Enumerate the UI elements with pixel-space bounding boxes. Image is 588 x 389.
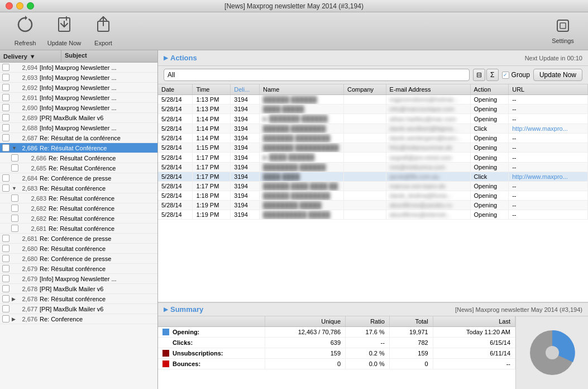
col-delivery[interactable]: Deli...	[231, 84, 260, 95]
sidebar-item[interactable]: ▼2,686Re: Résultat Conférence	[0, 143, 157, 153]
sidebar-item[interactable]: 2,690[Info] Maxprog Newsletter ...	[0, 103, 157, 113]
table-cell: Opening	[470, 105, 509, 114]
sidebar-checkbox[interactable]	[2, 265, 9, 272]
delivery-column-header[interactable]: Delivery ▼	[0, 50, 61, 62]
sidebar-item[interactable]: 2,683Re: Résultat conférence	[0, 193, 157, 203]
col-action[interactable]: Action	[470, 84, 509, 95]
table-row[interactable]: 5/28/141:14 PM3194▶ ███████ ██████athan.…	[158, 114, 588, 124]
table-row[interactable]: 5/28/141:19 PM3194████████ █████aburdfir…	[158, 201, 588, 210]
sidebar-item[interactable]: 2,688[Info] Maxprog Newsletter ...	[0, 123, 157, 133]
sidebar-checkbox[interactable]	[11, 194, 18, 202]
sidebar-item[interactable]: 2,682Re: Résultat conférence	[0, 214, 157, 224]
sidebar-item[interactable]: 2,693[Info] Maxprog Newsletter ...	[0, 73, 157, 83]
col-name[interactable]: Name	[260, 84, 344, 95]
table-row[interactable]: 5/28/141:19 PM3194██████████ █████aburdf…	[158, 210, 588, 220]
export-button[interactable]: Export	[84, 16, 123, 47]
table-row[interactable]: 5/28/141:14 PM3194███████ ████████darek.…	[158, 134, 588, 143]
table-row[interactable]: 5/28/141:15 PM3194███████ ██████████frit…	[158, 143, 588, 153]
sidebar-item[interactable]: 2,681Re: Résultat conférence	[0, 224, 157, 234]
table-row[interactable]: 5/28/141:13 PM3194██████ ██████mgpromoti…	[158, 95, 588, 105]
sidebar-checkbox[interactable]	[11, 205, 18, 212]
sidebar-list[interactable]: 2,694[Info] Maxprog Newsletter ...2,693[…	[0, 63, 157, 389]
sidebar-item[interactable]: ▶2,676Re: Conference	[0, 314, 157, 324]
sidebar-item-subject: Re: Conférence de presse	[40, 235, 155, 242]
sidebar-checkbox[interactable]	[2, 295, 9, 302]
sidebar-item[interactable]: ▶2,678Re: Résultat conférence	[0, 294, 157, 304]
sidebar-checkbox[interactable]	[2, 84, 9, 91]
sidebar-item[interactable]: 2,689[PR] MaxBulk Mailer v6	[0, 113, 157, 123]
col-url[interactable]: URL	[509, 84, 588, 95]
sidebar-item[interactable]: 2,686Re: Résultat Conférence	[0, 153, 157, 163]
sidebar-item[interactable]: 2,684Re: Conférence de presse	[0, 173, 157, 183]
sidebar-item[interactable]: 2,687Re: Résultat de la conférence	[0, 133, 157, 143]
table-cell: --	[509, 105, 588, 114]
sum-button[interactable]: Σ	[486, 69, 499, 81]
group-check[interactable]: ✓ Group	[502, 71, 530, 79]
sidebar-checkbox[interactable]	[11, 215, 18, 222]
sidebar-triangle-icon	[21, 216, 26, 221]
sidebar-checkbox[interactable]	[2, 315, 9, 322]
sidebar-item[interactable]: 2,694[Info] Maxprog Newsletter ...	[0, 63, 157, 73]
update-now-button[interactable]: Update Now	[533, 69, 582, 81]
table-row[interactable]: 5/28/141:17 PM3194██████ ████ ████ ██mar…	[158, 182, 588, 191]
group-checkbox[interactable]: ✓	[502, 72, 509, 79]
table-row[interactable]: 5/28/141:17 PM3194████████ ██████rick@ri…	[158, 163, 588, 172]
refresh-button[interactable]: Refresh	[6, 16, 45, 47]
table-row[interactable]: 5/28/141:14 PM3194██████ ████████darek.w…	[158, 124, 588, 134]
sidebar-item[interactable]: 2,691[Info] Maxprog Newsletter ...	[0, 93, 157, 103]
right-panel: ▶ Actions Next Update in 00:10 All Openi…	[158, 50, 588, 389]
sidebar-checkbox[interactable]	[2, 144, 9, 151]
sidebar-checkbox[interactable]	[2, 184, 9, 192]
sidebar-checkbox[interactable]	[11, 225, 18, 232]
sidebar-item[interactable]: 2,679[Info] Maxprog Newsletter ...	[0, 274, 157, 284]
svg-point-6	[546, 346, 559, 359]
zoom-button[interactable]	[27, 2, 34, 10]
filter-button[interactable]: ⊟	[473, 69, 485, 81]
sidebar-item[interactable]: 2,680Re: Conférence de presse	[0, 254, 157, 264]
sidebar-checkbox[interactable]	[2, 94, 9, 101]
table-row[interactable]: 5/28/141:18 PM3194██████ █████████darek_…	[158, 191, 588, 201]
data-table-wrap[interactable]: Date Time Deli... Name Company E-mail Ad…	[158, 84, 588, 302]
col-company[interactable]: Company	[343, 84, 386, 95]
update-now-button[interactable]: Update Now	[45, 16, 84, 47]
sidebar-item[interactable]: 2,679Re: Résultat conférence	[0, 264, 157, 274]
sidebar-checkbox[interactable]	[2, 245, 9, 252]
table-cell: 5/28/14	[158, 182, 193, 191]
sidebar-item[interactable]: 2,682Re: Résultat conférence	[0, 203, 157, 214]
sidebar-checkbox[interactable]	[2, 305, 9, 312]
sidebar-item[interactable]: ▼2,683Re: Résultat conférence	[0, 183, 157, 193]
col-time[interactable]: Time	[193, 84, 231, 95]
svg-rect-3	[557, 20, 568, 31]
sidebar-checkbox[interactable]	[2, 255, 9, 262]
sidebar-checkbox[interactable]	[2, 285, 9, 292]
sidebar-item[interactable]: 2,680Re: Résultat conférence	[0, 244, 157, 254]
settings-button[interactable]: Settings	[543, 16, 582, 47]
table-cell: 5/28/14	[158, 153, 193, 163]
sidebar-checkbox[interactable]	[2, 134, 9, 141]
filter-select[interactable]: All Opening Click Unsubscription Bounce	[164, 69, 470, 81]
sidebar-checkbox[interactable]	[2, 174, 9, 182]
close-button[interactable]	[6, 2, 13, 10]
col-date[interactable]: Date	[158, 84, 193, 95]
minimize-button[interactable]	[16, 2, 23, 10]
sidebar-item[interactable]: 2,685Re: Résultat Conférence	[0, 163, 157, 173]
table-cell: 5/28/14	[158, 143, 193, 153]
table-cell: Opening	[470, 201, 509, 210]
sidebar-item[interactable]: 2,678[PR] MaxBulk Mailer v6	[0, 284, 157, 294]
sidebar-item[interactable]: 2,681Re: Conférence de presse	[0, 234, 157, 244]
table-row[interactable]: 5/28/141:17 PM3194████ ████jacob@ftb.com…	[158, 172, 588, 182]
sidebar-checkbox[interactable]	[2, 64, 9, 71]
sidebar-checkbox[interactable]	[2, 104, 9, 111]
sidebar-item[interactable]: 2,677[PR] MaxBulk Mailer v6	[0, 304, 157, 314]
table-row[interactable]: 5/28/141:17 PM3194▶ ████ ██████segrafi@p…	[158, 153, 588, 163]
sidebar-checkbox[interactable]	[2, 74, 9, 81]
sidebar-checkbox[interactable]	[2, 275, 9, 282]
sidebar-checkbox[interactable]	[2, 124, 9, 131]
sidebar-checkbox[interactable]	[2, 114, 9, 121]
col-email[interactable]: E-mail Address	[386, 84, 470, 95]
table-row[interactable]: 5/28/141:13 PM3194████ █████info@marcoun…	[158, 105, 588, 114]
sidebar-checkbox[interactable]	[11, 154, 18, 162]
sidebar-checkbox[interactable]	[2, 235, 9, 242]
sidebar-item[interactable]: 2,692[Info] Maxprog Newsletter ...	[0, 83, 157, 93]
sidebar-checkbox[interactable]	[11, 164, 18, 172]
